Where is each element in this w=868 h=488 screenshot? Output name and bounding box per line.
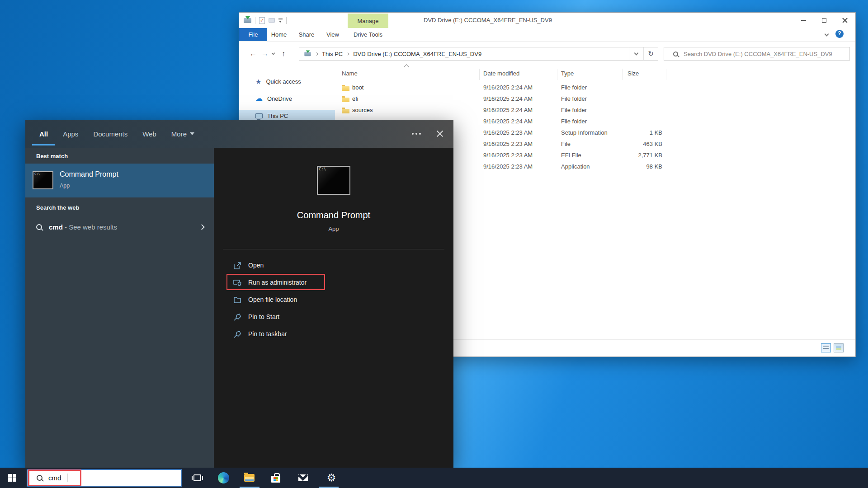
manage-contextual-label: Manage — [348, 14, 388, 28]
refresh-button[interactable]: ↻ — [643, 47, 658, 60]
file-type: File — [557, 141, 623, 147]
forward-button[interactable]: → — [259, 50, 271, 58]
edge-icon — [218, 472, 229, 483]
best-match-label: Best match — [36, 153, 68, 160]
store-button[interactable] — [268, 468, 284, 488]
file-date: 9/16/2025 2:24 AM — [480, 118, 557, 125]
close-button[interactable] — [835, 13, 855, 28]
file-date: 9/16/2025 2:23 AM — [480, 152, 557, 159]
breadcrumb[interactable]: This PC DVD Drive (E:) CCCOMA_X64FRE_EN-… — [299, 47, 658, 61]
action-pin-to-taskbar[interactable]: Pin to taskbar — [214, 326, 453, 343]
active-tab-underline — [32, 144, 55, 145]
folder-icon — [342, 86, 349, 91]
back-button[interactable]: ← — [247, 50, 259, 58]
new-folder-icon[interactable] — [269, 18, 275, 23]
close-icon — [842, 18, 848, 23]
chevron-right-icon — [346, 52, 349, 55]
tab-web[interactable]: Web — [142, 130, 156, 138]
window-title: DVD Drive (E:) CCCOMA_X64FRE_EN-US_DV9 — [424, 13, 552, 28]
address-dropdown-button[interactable] — [629, 47, 643, 60]
search-icon — [673, 52, 678, 56]
minimize-button[interactable] — [793, 13, 814, 28]
monitor-icon — [255, 113, 263, 118]
file-name: sources — [352, 107, 373, 113]
help-button[interactable] — [835, 30, 844, 38]
action-open[interactable]: Open — [214, 257, 453, 274]
explorer-search-input[interactable]: Search DVD Drive (E:) CCCOMA_X64FRE_EN-U… — [664, 47, 850, 61]
properties-check-icon[interactable] — [259, 17, 265, 24]
tab-view[interactable]: View — [322, 28, 343, 41]
breadcrumb-path: This PC DVD Drive (E:) CCCOMA_X64FRE_EN-… — [299, 51, 629, 57]
details-view-icon[interactable] — [821, 343, 831, 352]
settings-button[interactable]: ⚙ — [323, 468, 340, 488]
table-row[interactable]: sources 9/16/2025 2:24 AM File folder — [335, 104, 666, 116]
web-result-cmd[interactable]: cmd - See web results — [25, 216, 214, 240]
tab-drive-tools[interactable]: Drive Tools — [348, 28, 388, 41]
search-tabs: All Apps Documents Web More — [39, 120, 194, 148]
up-button[interactable]: ↑ — [278, 50, 289, 58]
maximize-button[interactable] — [814, 13, 835, 28]
ellipsis-icon[interactable] — [412, 133, 414, 135]
result-command-prompt[interactable]: Command Prompt App — [25, 164, 214, 197]
action-open-file-location[interactable]: Open file location — [214, 291, 453, 309]
file-type: File folder — [557, 84, 623, 91]
separator — [286, 17, 287, 24]
web-suffix: - See web results — [63, 223, 117, 231]
tab-file[interactable]: File — [239, 28, 267, 41]
column-header-type[interactable]: Type — [557, 69, 623, 80]
search-panel-header: All Apps Documents Web More — [25, 120, 453, 148]
history-dropdown-icon[interactable] — [272, 51, 275, 55]
breadcrumb-current[interactable]: DVD Drive (E:) CCCOMA_X64FRE_EN-US_DV9 — [353, 51, 481, 57]
folder-icon — [342, 109, 349, 113]
quick-access-toolbar — [244, 13, 287, 28]
settings-gear-icon: ⚙ — [327, 473, 336, 483]
preview-subtitle: App — [214, 225, 453, 232]
column-header-date[interactable]: Date modified — [480, 69, 557, 80]
file-explorer-button[interactable] — [241, 468, 257, 488]
sidebar-item-quick-access[interactable]: ★ Quick access — [239, 75, 335, 87]
tab-more[interactable]: More — [171, 130, 194, 138]
chevron-down-icon — [190, 132, 194, 137]
search-web-label: Search the web — [36, 204, 79, 211]
preview-title: Command Prompt — [214, 210, 453, 221]
taskbar: cmd ⚙ — [0, 468, 868, 488]
file-size: 1 KB — [623, 129, 666, 136]
file-date: 9/16/2025 2:24 AM — [480, 84, 557, 91]
breadcrumb-root[interactable]: This PC — [322, 51, 343, 57]
table-row[interactable]: boot 9/16/2025 2:24 AM File folder — [335, 82, 666, 93]
thumbnails-view-icon[interactable] — [834, 343, 844, 352]
start-button[interactable] — [0, 468, 24, 488]
window-controls — [793, 13, 855, 28]
edge-button[interactable] — [215, 468, 231, 488]
drive-icon — [304, 52, 311, 56]
title-bar: DVD Drive (E:) CCCOMA_X64FRE_EN-US_DV9 — [239, 13, 855, 28]
command-prompt-icon — [33, 171, 53, 189]
search-results-pane: Best match Command Prompt App Search the… — [25, 148, 214, 468]
mail-button[interactable] — [295, 468, 311, 488]
ribbon-tabs: File Home Share View Drive Tools — [239, 28, 855, 42]
file-date: 9/16/2025 2:24 AM — [480, 95, 557, 102]
column-header-name[interactable]: Name — [335, 69, 480, 80]
search-icon — [36, 224, 42, 230]
close-icon[interactable] — [436, 130, 443, 137]
tab-all[interactable]: All — [39, 130, 48, 138]
table-row[interactable]: efi 9/16/2025 2:24 AM File folder — [335, 93, 666, 104]
file-type: Setup Information — [557, 129, 623, 136]
task-view-button[interactable] — [189, 468, 205, 488]
minimize-icon — [801, 20, 806, 21]
tab-share[interactable]: Share — [291, 28, 322, 41]
drive-icon — [244, 18, 251, 23]
mail-icon — [298, 474, 308, 481]
web-result-text: cmd - See web results — [49, 223, 117, 231]
file-name: boot — [352, 84, 363, 91]
qat-dropdown-icon[interactable] — [278, 19, 283, 22]
pin-icon — [233, 330, 242, 339]
action-label: Open — [248, 262, 264, 269]
run-as-administrator-highlight — [226, 274, 325, 290]
action-pin-to-start[interactable]: Pin to Start — [214, 309, 453, 326]
sidebar-item-onedrive[interactable]: ☁ OneDrive — [239, 93, 335, 104]
column-header-size[interactable]: Size — [623, 69, 666, 80]
tab-home[interactable]: Home — [267, 28, 291, 41]
tab-documents[interactable]: Documents — [93, 130, 127, 138]
tab-apps[interactable]: Apps — [63, 130, 78, 138]
